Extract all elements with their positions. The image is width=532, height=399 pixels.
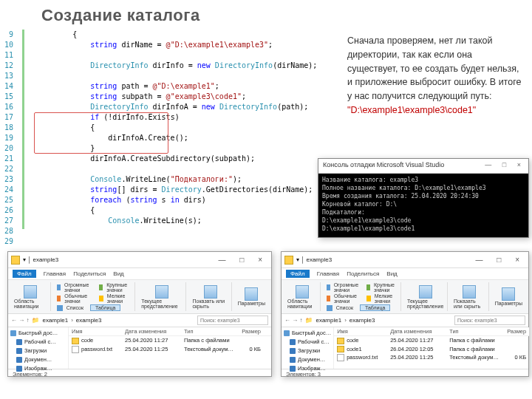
window-buttons[interactable]: — □ ×	[476, 256, 525, 264]
status-bar: Элементов: 3	[282, 369, 528, 379]
explorer-after: ▾ │ example3— □ × ФайлГлавнаяПоделитьсяВ…	[281, 251, 529, 377]
search-input[interactable]	[197, 316, 268, 325]
ribbon-tab[interactable]: Поделиться	[73, 270, 106, 277]
window-buttons[interactable]: — □ ×	[219, 256, 268, 264]
explorer-titlebar: ▾ │ example3— □ ×	[8, 252, 271, 268]
change-margin	[16, 30, 34, 229]
nav-pane-icon[interactable]	[24, 285, 37, 299]
hide-icon[interactable]	[463, 285, 476, 299]
ribbon-tab[interactable]: Поделиться	[347, 270, 379, 277]
params-icon[interactable]	[502, 287, 515, 301]
list-item[interactable]: password.txt25.04.2020 11:25Текстовый до…	[69, 345, 271, 354]
ribbon: Область навигации Огромные значкиКрупные…	[8, 280, 271, 314]
page-title: Создание каталога	[41, 6, 200, 25]
folder-icon	[284, 256, 293, 265]
explorer-titlebar: ▾ │ example3— □ ×	[282, 252, 528, 268]
nav-pane[interactable]: Быстрый дос… Рабочий с… Загрузки Докумен…	[8, 327, 69, 369]
description-body: Сначала проверяем, нет ли такой директор…	[347, 35, 521, 101]
ribbon-tab[interactable]: Вид	[113, 270, 123, 277]
console-title: Консоль отладки Microsoft Visual Studio	[323, 161, 444, 168]
window-buttons[interactable]: — □ ×	[485, 161, 525, 168]
ribbon-tab[interactable]: Файл	[286, 270, 310, 278]
list-item[interactable]: code25.04.2020 11:27Папка с файлами	[334, 336, 529, 345]
nav-pane[interactable]: Быстрый дос… Рабочий с… Загрузки Докумен…	[282, 327, 334, 369]
file-list: ИмяДата измененияТипРазмер code25.04.202…	[334, 327, 529, 369]
explorer-before: ▾ │ example3— □ × ФайлГлавнаяПоделитьсяВ…	[7, 251, 272, 377]
console-titlebar: Консоль отладки Microsoft Visual Studio …	[318, 159, 528, 174]
highlight-box	[34, 112, 168, 154]
ribbon-tab[interactable]: Файл	[13, 270, 36, 278]
search-input[interactable]	[454, 316, 525, 325]
breadcrumb[interactable]: ← → ↑ 📁 example1 › example3	[282, 314, 528, 327]
line-gutter: 9101112131415161718192021222324252627282…	[0, 30, 16, 229]
list-item[interactable]: password.txt25.04.2020 11:25Текстовый до…	[334, 353, 529, 362]
console-output: Название каталога: example3 Полное назва…	[318, 174, 528, 237]
folder-icon	[11, 256, 20, 265]
sort-icon[interactable]	[155, 285, 168, 299]
description-text: Сначала проверяем, нет ли такой директор…	[347, 34, 525, 117]
code-editor: 9101112131415161718192021222324252627282…	[0, 30, 330, 229]
ribbon-tab[interactable]: Главная	[317, 270, 339, 277]
ribbon-tab[interactable]: Главная	[44, 270, 66, 277]
sort-icon[interactable]	[419, 285, 432, 299]
console-window: Консоль отладки Microsoft Visual Studio …	[318, 158, 529, 238]
list-item[interactable]: code126.04.2020 12:05Папка с файлами	[334, 345, 529, 354]
breadcrumb[interactable]: ← → ↑ 📁 example1 › example3	[8, 314, 271, 327]
file-list: ИмяДата измененияТипРазмер code25.04.202…	[69, 327, 271, 369]
params-icon[interactable]	[245, 287, 258, 301]
hide-icon[interactable]	[204, 285, 217, 299]
nav-pane-icon[interactable]	[296, 285, 309, 299]
ribbon-tab[interactable]: Вид	[386, 270, 397, 277]
description-path: "D:\example1\example3\code1"	[347, 105, 476, 115]
list-item[interactable]: code25.04.2020 11:27Папка с файлами	[69, 336, 271, 345]
ribbon: Область навигации Огромные значкиКрупные…	[282, 280, 528, 314]
